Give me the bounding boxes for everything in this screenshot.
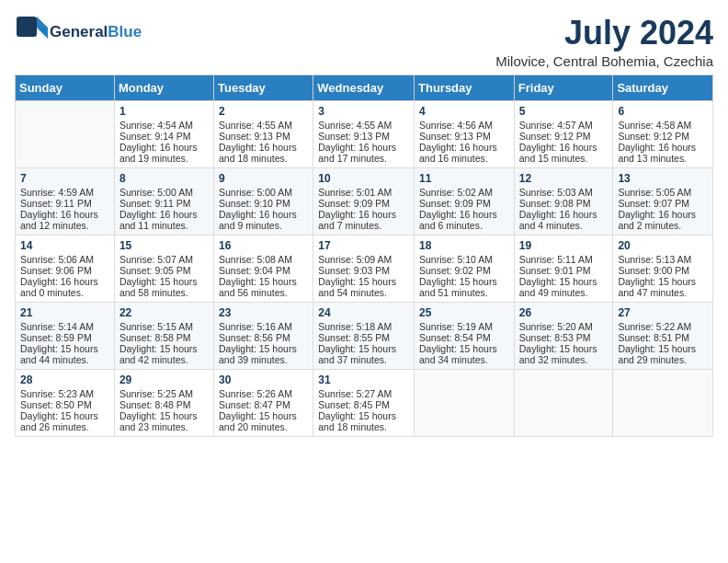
daylight: Daylight: 16 hours and 18 minutes. [219,142,297,164]
day-number: 6 [618,105,708,118]
day-number: 22 [119,306,209,319]
col-header-sunday: Sunday [16,75,115,100]
daylight: Daylight: 16 hours and 2 minutes. [618,209,696,231]
sunset: Sunset: 9:00 PM [618,265,689,276]
sunset: Sunset: 9:11 PM [119,198,191,209]
daylight: Daylight: 15 hours and 39 minutes. [219,343,297,365]
calendar: SundayMondayTuesdayWednesdayThursdayFrid… [15,75,713,437]
day-number: 29 [119,373,209,386]
sunset: Sunset: 8:51 PM [618,332,689,343]
daylight: Daylight: 15 hours and 56 minutes. [219,276,297,298]
sunrise: Sunrise: 5:20 AM [519,321,593,332]
daylight: Daylight: 16 hours and 9 minutes. [219,209,297,231]
calendar-cell: 20Sunrise: 5:13 AMSunset: 9:00 PMDayligh… [613,235,713,302]
col-header-thursday: Thursday [415,75,515,100]
svg-rect-0 [17,17,37,37]
sunrise: Sunrise: 5:05 AM [618,187,691,198]
title-area: July 2024 Milovice, Central Bohemia, Cze… [495,15,713,69]
sunrise: Sunrise: 4:56 AM [419,120,493,131]
sunrise: Sunrise: 5:23 AM [20,388,94,399]
day-number: 15 [119,239,209,252]
sunrise: Sunrise: 5:07 AM [119,254,193,265]
svg-marker-1 [37,17,48,28]
calendar-cell: 18Sunrise: 5:10 AMSunset: 9:02 PMDayligh… [415,235,515,302]
daylight: Daylight: 15 hours and 44 minutes. [20,343,98,365]
calendar-cell: 9Sunrise: 5:00 AMSunset: 9:10 PMDaylight… [214,167,313,235]
sunset: Sunset: 8:59 PM [20,332,92,343]
sunrise: Sunrise: 5:09 AM [318,254,392,265]
sunrise: Sunrise: 5:03 AM [519,187,593,198]
day-number: 19 [519,239,609,252]
calendar-cell: 4Sunrise: 4:56 AMSunset: 9:13 PMDaylight… [415,100,515,167]
daylight: Daylight: 15 hours and 29 minutes. [618,343,696,365]
sunset: Sunset: 8:55 PM [318,332,390,343]
sunrise: Sunrise: 5:15 AM [119,321,193,332]
day-number: 21 [20,306,109,319]
sunrise: Sunrise: 5:01 AM [318,187,392,198]
sunrise: Sunrise: 5:06 AM [20,254,94,265]
calendar-cell: 5Sunrise: 4:57 AMSunset: 9:12 PMDaylight… [514,100,613,167]
sunrise: Sunrise: 4:58 AM [618,120,691,131]
daylight: Daylight: 15 hours and 37 minutes. [318,343,396,365]
col-header-wednesday: Wednesday [313,75,415,100]
day-number: 30 [219,373,308,386]
calendar-cell: 24Sunrise: 5:18 AMSunset: 8:55 PMDayligh… [313,302,415,369]
daylight: Daylight: 15 hours and 42 minutes. [119,343,198,365]
month-title: July 2024 [495,15,713,52]
daylight: Daylight: 15 hours and 58 minutes. [119,276,198,298]
sunset: Sunset: 9:14 PM [119,131,191,142]
day-number: 28 [20,373,109,386]
sunset: Sunset: 9:12 PM [519,131,591,142]
daylight: Daylight: 16 hours and 6 minutes. [419,209,497,231]
day-number: 24 [318,306,409,319]
sunrise: Sunrise: 5:00 AM [119,187,193,198]
sunset: Sunset: 9:01 PM [519,265,591,276]
sunrise: Sunrise: 4:55 AM [219,120,292,131]
calendar-cell: 23Sunrise: 5:16 AMSunset: 8:56 PMDayligh… [214,302,313,369]
calendar-cell: 1Sunrise: 4:54 AMSunset: 9:14 PMDaylight… [114,100,213,167]
sunrise: Sunrise: 5:02 AM [419,187,493,198]
day-number: 12 [519,172,609,185]
sunset: Sunset: 9:05 PM [119,265,191,276]
calendar-cell: 3Sunrise: 4:55 AMSunset: 9:13 PMDaylight… [313,100,415,167]
sunset: Sunset: 8:53 PM [519,332,591,343]
day-number: 31 [318,373,409,386]
sunset: Sunset: 9:03 PM [318,265,390,276]
calendar-cell: 21Sunrise: 5:14 AMSunset: 8:59 PMDayligh… [16,302,115,369]
day-number: 27 [618,306,708,319]
calendar-cell: 22Sunrise: 5:15 AMSunset: 8:58 PMDayligh… [114,302,213,369]
daylight: Daylight: 16 hours and 15 minutes. [519,142,597,164]
sunrise: Sunrise: 5:22 AM [618,321,691,332]
daylight: Daylight: 15 hours and 54 minutes. [318,276,396,298]
calendar-cell: 17Sunrise: 5:09 AMSunset: 9:03 PMDayligh… [313,235,415,302]
calendar-cell: 25Sunrise: 5:19 AMSunset: 8:54 PMDayligh… [415,302,515,369]
calendar-cell: 27Sunrise: 5:22 AMSunset: 8:51 PMDayligh… [613,302,713,369]
sunset: Sunset: 9:13 PM [419,131,491,142]
daylight: Daylight: 16 hours and 0 minutes. [20,276,98,298]
sunset: Sunset: 8:48 PM [119,399,191,410]
daylight: Daylight: 16 hours and 17 minutes. [318,142,396,164]
logo-general: General [50,23,108,41]
sunset: Sunset: 9:10 PM [219,198,290,209]
daylight: Daylight: 15 hours and 51 minutes. [419,276,497,298]
daylight: Daylight: 16 hours and 13 minutes. [618,142,696,164]
daylight: Daylight: 15 hours and 34 minutes. [419,343,497,365]
calendar-cell: 15Sunrise: 5:07 AMSunset: 9:05 PMDayligh… [114,235,213,302]
sunset: Sunset: 8:50 PM [20,399,92,410]
col-header-monday: Monday [114,75,213,100]
calendar-cell [514,369,613,436]
calendar-cell: 29Sunrise: 5:25 AMSunset: 8:48 PMDayligh… [114,369,213,436]
calendar-cell: 2Sunrise: 4:55 AMSunset: 9:13 PMDaylight… [214,100,313,167]
header: General Blue July 2024 Milovice, Central… [15,15,713,69]
sunset: Sunset: 9:09 PM [419,198,491,209]
sunrise: Sunrise: 5:25 AM [119,388,193,399]
daylight: Daylight: 15 hours and 47 minutes. [618,276,696,298]
daylight: Daylight: 15 hours and 26 minutes. [20,410,98,432]
calendar-cell: 14Sunrise: 5:06 AMSunset: 9:06 PMDayligh… [16,235,115,302]
sunset: Sunset: 9:09 PM [318,198,390,209]
sunrise: Sunrise: 5:27 AM [318,388,392,399]
sunset: Sunset: 8:58 PM [119,332,191,343]
location: Milovice, Central Bohemia, Czechia [495,53,713,69]
day-number: 5 [519,105,609,118]
calendar-cell: 30Sunrise: 5:26 AMSunset: 8:47 PMDayligh… [214,369,313,436]
